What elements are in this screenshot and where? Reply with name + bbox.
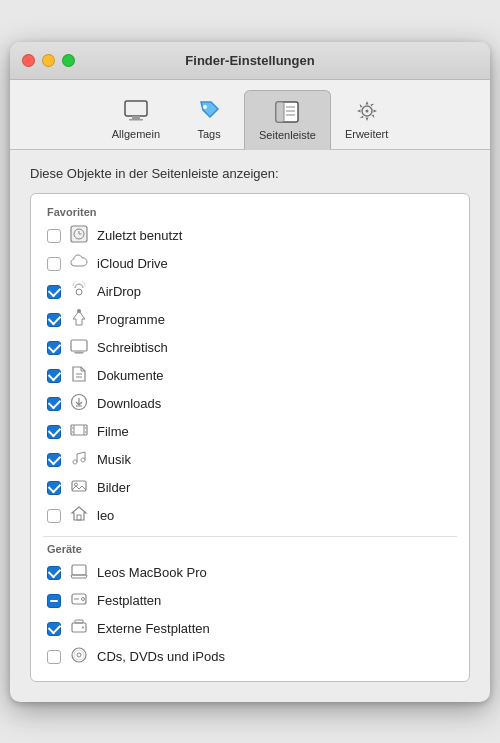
- list-item: CDs, DVDs und iPods: [43, 643, 457, 671]
- list-item: Programme: [43, 306, 457, 334]
- window-title: Finder-Einstellungen: [185, 53, 314, 68]
- list-item: Dokumente: [43, 362, 457, 390]
- svg-rect-33: [77, 515, 81, 520]
- svg-point-36: [82, 597, 85, 600]
- item-label-ext-festplatten: Externe Festplatten: [97, 621, 210, 636]
- item-label-downloads: Downloads: [97, 396, 161, 411]
- dokumente-icon: [69, 365, 89, 387]
- list-item: Musik: [43, 446, 457, 474]
- checkbox-cds[interactable]: [47, 650, 61, 664]
- titlebar: Finder-Einstellungen: [10, 42, 490, 80]
- cds-icon: [69, 646, 89, 668]
- checkbox-downloads[interactable]: [47, 397, 61, 411]
- checkbox-schreibtisch[interactable]: [47, 341, 61, 355]
- checkbox-festplatten[interactable]: [47, 594, 61, 608]
- musik-icon: [69, 449, 89, 471]
- checkbox-musik[interactable]: [47, 453, 61, 467]
- close-button[interactable]: [22, 54, 35, 67]
- erweitert-icon: [352, 96, 382, 126]
- svg-point-3: [203, 105, 207, 109]
- svg-rect-28: [71, 431, 74, 433]
- svg-point-15: [76, 289, 82, 295]
- svg-rect-5: [276, 102, 284, 122]
- window: Finder-Einstellungen Allgemein: [10, 42, 490, 702]
- list-item: leo: [43, 502, 457, 530]
- svg-point-43: [74, 650, 84, 660]
- checkbox-ext-festplatten[interactable]: [47, 622, 61, 636]
- checkbox-icloud[interactable]: [47, 257, 61, 271]
- checkbox-programme[interactable]: [47, 313, 61, 327]
- item-label-filme: Filme: [97, 424, 129, 439]
- group-label-geraete: Geräte: [47, 543, 457, 555]
- tab-tags[interactable]: Tags: [174, 90, 244, 149]
- list-item: Filme: [43, 418, 457, 446]
- list-item: iCloud Drive: [43, 250, 457, 278]
- filme-icon: [69, 421, 89, 443]
- tab-tags-label: Tags: [197, 128, 220, 140]
- item-label-cds: CDs, DVDs und iPods: [97, 649, 225, 664]
- item-label-macbook: Leos MacBook Pro: [97, 565, 207, 580]
- svg-rect-39: [75, 620, 83, 623]
- checkbox-airdrop[interactable]: [47, 285, 61, 299]
- svg-rect-0: [125, 101, 147, 116]
- airdrop-icon: [69, 281, 89, 303]
- list-item: Downloads: [43, 390, 457, 418]
- item-label-schreibtisch: Schreibtisch: [97, 340, 168, 355]
- checkbox-macbook[interactable]: [47, 566, 61, 580]
- tab-allgemein-label: Allgemein: [112, 128, 160, 140]
- list-item: Externe Festplatten: [43, 615, 457, 643]
- item-label-zuletzt: Zuletzt benutzt: [97, 228, 182, 243]
- minimize-button[interactable]: [42, 54, 55, 67]
- festplatten-icon: [69, 590, 89, 612]
- item-label-bilder: Bilder: [97, 480, 130, 495]
- checkbox-dokumente[interactable]: [47, 369, 61, 383]
- item-label-dokumente: Dokumente: [97, 368, 163, 383]
- item-label-icloud: iCloud Drive: [97, 256, 168, 271]
- content: Diese Objekte in der Seitenleiste anzeig…: [10, 150, 490, 702]
- checkbox-filme[interactable]: [47, 425, 61, 439]
- tab-erweitert[interactable]: Erweitert: [331, 90, 402, 149]
- item-label-programme: Programme: [97, 312, 165, 327]
- svg-rect-2: [129, 119, 143, 121]
- svg-rect-1: [132, 116, 140, 119]
- list-item: Schreibtisch: [43, 334, 457, 362]
- tab-erweitert-label: Erweitert: [345, 128, 388, 140]
- ext-festplatten-icon: [69, 618, 89, 640]
- item-label-airdrop: AirDrop: [97, 284, 141, 299]
- svg-point-16: [77, 309, 81, 313]
- group-label-favoriten: Favoriten: [47, 206, 457, 218]
- list-item: Leos MacBook Pro: [43, 559, 457, 587]
- item-label-musik: Musik: [97, 452, 131, 467]
- separator: [43, 536, 457, 537]
- zuletzt-icon: [69, 225, 89, 247]
- programme-icon: [69, 309, 89, 331]
- svg-rect-34: [72, 565, 86, 575]
- svg-rect-30: [84, 431, 87, 433]
- checkbox-zuletzt[interactable]: [47, 229, 61, 243]
- tab-seitenleiste-label: Seitenleiste: [259, 129, 316, 141]
- allgemein-icon: [121, 96, 151, 126]
- leo-icon: [69, 505, 89, 527]
- tab-seitenleiste[interactable]: Seitenleiste: [244, 90, 331, 150]
- bilder-icon: [69, 477, 89, 499]
- svg-rect-27: [71, 427, 74, 429]
- svg-rect-29: [84, 427, 87, 429]
- item-label-leo: leo: [97, 508, 114, 523]
- list-item: Zuletzt benutzt: [43, 222, 457, 250]
- tab-allgemein[interactable]: Allgemein: [98, 90, 174, 149]
- checkbox-bilder[interactable]: [47, 481, 61, 495]
- svg-point-10: [365, 109, 368, 112]
- checkbox-leo[interactable]: [47, 509, 61, 523]
- svg-rect-24: [71, 425, 87, 435]
- list-item: Festplatten: [43, 587, 457, 615]
- macbook-icon: [69, 562, 89, 584]
- svg-rect-17: [71, 340, 87, 351]
- seitenleiste-icon: [272, 97, 302, 127]
- maximize-button[interactable]: [62, 54, 75, 67]
- tags-icon: [194, 96, 224, 126]
- schreibtisch-icon: [69, 337, 89, 359]
- icloud-icon: [69, 253, 89, 275]
- sidebar-panel: Favoriten Zuletzt benutzt: [30, 193, 470, 682]
- toolbar: Allgemein Tags Se: [10, 80, 490, 150]
- svg-point-40: [82, 626, 84, 628]
